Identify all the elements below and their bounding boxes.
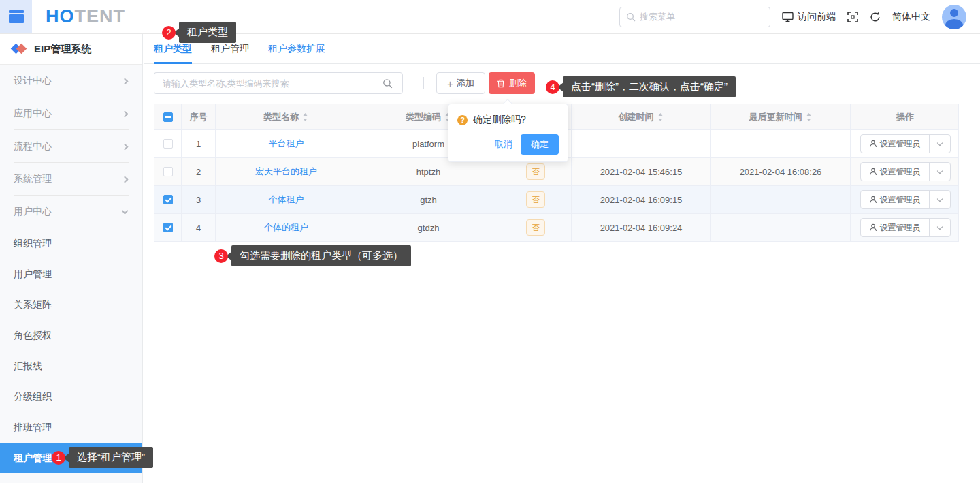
sidebar-item-process-center[interactable]: 流程中心 — [0, 130, 142, 163]
tabbar: 租户类型 租户管理 租户参数扩展 — [144, 34, 980, 64]
more-actions-button[interactable] — [930, 163, 950, 181]
sidebar-item-label: 设计中心 — [14, 75, 52, 87]
sort-icon[interactable] — [805, 112, 813, 122]
step-number-badge: 4 — [546, 80, 559, 94]
menu-search-input[interactable] — [640, 12, 764, 22]
search-icon — [382, 78, 393, 89]
fullscreen-button[interactable] — [847, 12, 858, 22]
sidebar-item-reporting-line[interactable]: 汇报线 — [0, 351, 142, 381]
table-row: 2 宏天平台的租户 htptzh 否 2021-02-04 15:46:15 2… — [154, 158, 958, 186]
search-button[interactable] — [372, 72, 403, 94]
annotation-text: 租户类型 — [179, 22, 236, 43]
row-index: 3 — [182, 186, 216, 213]
avatar[interactable] — [942, 5, 966, 29]
annotation-step-1: 1 选择“租户管理” — [52, 447, 153, 468]
logo-text-secondary: TENT — [75, 6, 126, 27]
select-all-cell — [154, 104, 182, 129]
set-admin-button[interactable]: 设置管理员 — [861, 191, 930, 208]
chevron-right-icon — [122, 110, 129, 117]
type-name-link[interactable]: 平台租户 — [269, 138, 304, 150]
plus-icon: + — [447, 78, 453, 89]
logo-text-primary: HO — [46, 6, 75, 27]
sidebar-item-shift-management[interactable]: 排班管理 — [0, 412, 142, 443]
person-icon — [869, 168, 877, 176]
set-admin-split-button: 设置管理员 — [860, 134, 951, 153]
step-number-badge: 2 — [162, 26, 176, 40]
sidebar-item-hierarchical-org[interactable]: 分级组织 — [0, 381, 142, 412]
person-icon — [869, 223, 877, 232]
chevron-down-icon — [122, 208, 129, 215]
refresh-button[interactable] — [870, 12, 881, 22]
set-admin-button[interactable]: 设置管理员 — [861, 163, 930, 181]
sidebar-item-org-management[interactable]: 组织管理 — [0, 228, 142, 259]
visit-frontend-label: 访问前端 — [798, 11, 836, 23]
row-index: 2 — [182, 158, 216, 185]
search-icon — [626, 12, 636, 22]
collapse-menu-button[interactable] — [0, 0, 32, 33]
chevron-right-icon — [122, 176, 129, 183]
trash-icon — [497, 79, 505, 88]
row-checkbox[interactable] — [163, 167, 173, 176]
type-search-input[interactable] — [154, 72, 372, 94]
table-row: 3 个体租户 gtzh 否 2021-02-04 16:09:15 设置管理员 — [154, 186, 958, 214]
sidebar-item-label: 汇报线 — [14, 360, 42, 373]
type-name-link[interactable]: 个体的租户 — [264, 221, 308, 234]
chevron-right-icon — [122, 143, 129, 150]
more-actions-button[interactable] — [930, 135, 950, 153]
header-created[interactable]: 创建时间 — [572, 104, 711, 129]
more-actions-button[interactable] — [930, 191, 950, 208]
step-number-badge: 1 — [52, 451, 65, 465]
header-name[interactable]: 类型名称 — [216, 104, 357, 129]
menu-icon — [9, 10, 24, 23]
set-admin-button[interactable]: 设置管理员 — [861, 219, 930, 236]
row-checkbox[interactable] — [163, 139, 173, 149]
set-admin-split-button: 设置管理员 — [860, 218, 951, 237]
annotation-step-3: 3 勾选需要删除的租户类型（可多选） — [214, 245, 411, 266]
select-all-checkbox[interactable] — [163, 112, 173, 122]
tab-tenant-param-extension[interactable]: 租户参数扩展 — [268, 34, 325, 63]
sidebar-item-relation-matrix[interactable]: 关系矩阵 — [0, 290, 142, 320]
more-actions-button[interactable] — [930, 219, 950, 236]
confirm-button[interactable]: 确定 — [521, 134, 559, 155]
sidebar-header: EIP管理系统 — [0, 34, 142, 65]
sort-icon[interactable] — [301, 112, 309, 122]
annotation-text: 勾选需要删除的租户类型（可多选） — [231, 245, 411, 266]
updated-time: 2021-02-04 16:08:26 — [711, 158, 851, 185]
header-actions: 操作 — [851, 104, 960, 129]
sidebar-item-app-center[interactable]: 应用中心 — [0, 97, 142, 130]
cancel-button[interactable]: 取消 — [495, 138, 512, 151]
popconfirm-message: 确定删除吗? — [473, 114, 526, 126]
app-logo: HOTENT — [46, 6, 125, 27]
annotation-text: 选择“租户管理” — [69, 447, 153, 468]
row-checkbox[interactable] — [163, 223, 173, 232]
sidebar-item-design-center[interactable]: 设计中心 — [0, 65, 142, 97]
row-index: 4 — [182, 214, 216, 241]
header-updated[interactable]: 最后更新时间 — [711, 104, 851, 129]
add-button[interactable]: + 添加 — [436, 72, 485, 94]
menu-search — [619, 7, 770, 27]
annotation-text: 点击“删除”，二次确认，点击“确定” — [563, 76, 736, 97]
sidebar-item-role-authorization[interactable]: 角色授权 — [0, 320, 142, 351]
row-checkbox[interactable] — [163, 195, 173, 204]
status-badge: 否 — [526, 191, 545, 208]
visit-frontend-button[interactable]: 访问前端 — [782, 11, 836, 23]
created-time: 2021-02-04 16:09:15 — [572, 186, 711, 213]
set-admin-button[interactable]: 设置管理员 — [861, 135, 930, 153]
sort-icon[interactable] — [657, 112, 664, 122]
delete-popconfirm: ? 确定删除吗? 取消 确定 — [448, 104, 568, 162]
type-name-link[interactable]: 个体租户 — [269, 193, 304, 206]
eip-logo-icon — [12, 43, 27, 55]
sidebar-item-user-center[interactable]: 用户中心 — [0, 196, 142, 228]
sidebar-item-user-management[interactable]: 用户管理 — [0, 259, 142, 290]
status-badge: 否 — [526, 219, 545, 236]
delete-button[interactable]: 删除 — [489, 72, 535, 94]
toolbar-divider — [423, 77, 424, 89]
sidebar-item-system-management[interactable]: 系统管理 — [0, 163, 142, 196]
chevron-down-icon — [936, 168, 942, 173]
topbar: HOTENT 访问前端 — [0, 0, 980, 34]
language-selector[interactable]: 简体中文 — [892, 11, 930, 23]
topbar-actions: 访问前端 简体中文 — [619, 5, 980, 29]
type-code: gtdzh — [357, 214, 500, 241]
type-name-link[interactable]: 宏天平台的租户 — [255, 166, 317, 178]
created-time: 2021-02-04 15:46:15 — [572, 158, 711, 185]
